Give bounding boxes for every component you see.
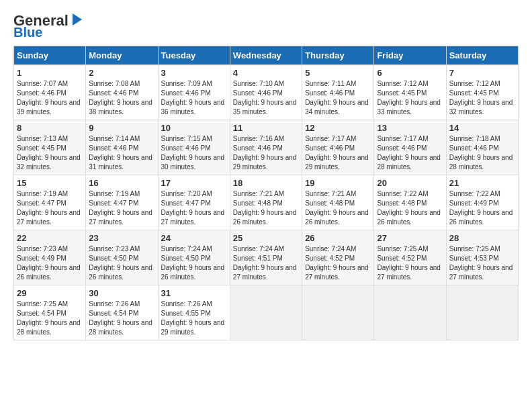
calendar-cell: 15Sunrise: 7:19 AMSunset: 4:47 PMDayligh… bbox=[14, 175, 86, 230]
calendar-cell: 29Sunrise: 7:25 AMSunset: 4:54 PMDayligh… bbox=[14, 285, 86, 340]
logo-arrow-icon bbox=[70, 12, 85, 27]
calendar-header-row: SundayMondayTuesdayWednesdayThursdayFrid… bbox=[14, 46, 519, 65]
day-info: Sunrise: 7:11 AMSunset: 4:46 PMDaylight:… bbox=[305, 79, 371, 117]
day-number: 31 bbox=[161, 288, 227, 298]
calendar-cell: 18Sunrise: 7:21 AMSunset: 4:48 PMDayligh… bbox=[230, 175, 302, 230]
header: General Blue bbox=[13, 13, 519, 39]
calendar-header-thursday: Thursday bbox=[302, 46, 374, 65]
calendar-cell: 25Sunrise: 7:24 AMSunset: 4:51 PMDayligh… bbox=[230, 230, 302, 285]
day-info: Sunrise: 7:17 AMSunset: 4:46 PMDaylight:… bbox=[305, 134, 371, 172]
calendar-cell: 26Sunrise: 7:24 AMSunset: 4:52 PMDayligh… bbox=[302, 230, 374, 285]
calendar-cell: 16Sunrise: 7:19 AMSunset: 4:47 PMDayligh… bbox=[86, 175, 158, 230]
day-info: Sunrise: 7:13 AMSunset: 4:45 PMDaylight:… bbox=[17, 134, 83, 172]
calendar-cell: 23Sunrise: 7:23 AMSunset: 4:50 PMDayligh… bbox=[86, 230, 158, 285]
day-number: 24 bbox=[161, 233, 227, 243]
day-number: 27 bbox=[377, 233, 443, 243]
day-info: Sunrise: 7:15 AMSunset: 4:46 PMDaylight:… bbox=[161, 134, 227, 172]
calendar-header-wednesday: Wednesday bbox=[230, 46, 302, 65]
day-number: 26 bbox=[305, 233, 371, 243]
calendar-week-1: 1Sunrise: 7:07 AMSunset: 4:46 PMDaylight… bbox=[14, 65, 519, 120]
calendar-header-tuesday: Tuesday bbox=[158, 46, 230, 65]
calendar-cell: 2Sunrise: 7:08 AMSunset: 4:46 PMDaylight… bbox=[86, 65, 158, 120]
calendar-cell: 21Sunrise: 7:22 AMSunset: 4:49 PMDayligh… bbox=[446, 175, 518, 230]
day-info: Sunrise: 7:20 AMSunset: 4:47 PMDaylight:… bbox=[161, 189, 227, 227]
day-number: 9 bbox=[89, 123, 154, 133]
calendar-cell: 11Sunrise: 7:16 AMSunset: 4:46 PMDayligh… bbox=[230, 120, 302, 175]
calendar-cell: 13Sunrise: 7:17 AMSunset: 4:46 PMDayligh… bbox=[374, 120, 446, 175]
day-number: 6 bbox=[377, 68, 443, 78]
calendar-week-4: 22Sunrise: 7:23 AMSunset: 4:49 PMDayligh… bbox=[14, 230, 519, 285]
day-number: 7 bbox=[449, 68, 515, 78]
day-number: 12 bbox=[305, 123, 371, 133]
calendar-cell: 3Sunrise: 7:09 AMSunset: 4:46 PMDaylight… bbox=[158, 65, 230, 120]
calendar-header-friday: Friday bbox=[374, 46, 446, 65]
day-info: Sunrise: 7:25 AMSunset: 4:53 PMDaylight:… bbox=[449, 244, 515, 282]
calendar-body: 1Sunrise: 7:07 AMSunset: 4:46 PMDaylight… bbox=[14, 65, 519, 340]
day-number: 18 bbox=[233, 178, 299, 188]
day-number: 29 bbox=[17, 288, 83, 298]
day-number: 20 bbox=[377, 178, 443, 188]
calendar-cell: 8Sunrise: 7:13 AMSunset: 4:45 PMDaylight… bbox=[14, 120, 86, 175]
day-number: 17 bbox=[161, 178, 227, 188]
day-info: Sunrise: 7:17 AMSunset: 4:46 PMDaylight:… bbox=[377, 134, 443, 172]
day-number: 8 bbox=[17, 123, 83, 133]
calendar-cell: 28Sunrise: 7:25 AMSunset: 4:53 PMDayligh… bbox=[446, 230, 518, 285]
day-number: 30 bbox=[89, 288, 154, 298]
calendar-cell: 20Sunrise: 7:22 AMSunset: 4:48 PMDayligh… bbox=[374, 175, 446, 230]
day-info: Sunrise: 7:10 AMSunset: 4:46 PMDaylight:… bbox=[233, 79, 299, 117]
calendar-cell: 30Sunrise: 7:26 AMSunset: 4:54 PMDayligh… bbox=[86, 285, 158, 340]
calendar-cell: 10Sunrise: 7:15 AMSunset: 4:46 PMDayligh… bbox=[158, 120, 230, 175]
calendar-cell: 24Sunrise: 7:24 AMSunset: 4:50 PMDayligh… bbox=[158, 230, 230, 285]
day-number: 28 bbox=[449, 233, 515, 243]
day-info: Sunrise: 7:12 AMSunset: 4:45 PMDaylight:… bbox=[449, 79, 515, 117]
day-info: Sunrise: 7:07 AMSunset: 4:46 PMDaylight:… bbox=[17, 79, 83, 117]
day-number: 3 bbox=[161, 68, 227, 78]
day-info: Sunrise: 7:23 AMSunset: 4:49 PMDaylight:… bbox=[17, 244, 83, 282]
day-info: Sunrise: 7:22 AMSunset: 4:49 PMDaylight:… bbox=[449, 189, 515, 227]
day-info: Sunrise: 7:14 AMSunset: 4:46 PMDaylight:… bbox=[89, 134, 154, 172]
day-info: Sunrise: 7:21 AMSunset: 4:48 PMDaylight:… bbox=[305, 189, 371, 227]
day-number: 21 bbox=[449, 178, 515, 188]
day-info: Sunrise: 7:09 AMSunset: 4:46 PMDaylight:… bbox=[161, 79, 227, 117]
day-number: 14 bbox=[449, 123, 515, 133]
calendar-cell: 5Sunrise: 7:11 AMSunset: 4:46 PMDaylight… bbox=[302, 65, 374, 120]
calendar-week-5: 29Sunrise: 7:25 AMSunset: 4:54 PMDayligh… bbox=[14, 285, 519, 340]
calendar-cell bbox=[446, 285, 518, 340]
calendar-cell: 4Sunrise: 7:10 AMSunset: 4:46 PMDaylight… bbox=[230, 65, 302, 120]
day-info: Sunrise: 7:18 AMSunset: 4:46 PMDaylight:… bbox=[449, 134, 515, 172]
calendar-cell: 14Sunrise: 7:18 AMSunset: 4:46 PMDayligh… bbox=[446, 120, 518, 175]
day-number: 22 bbox=[17, 233, 83, 243]
calendar-week-3: 15Sunrise: 7:19 AMSunset: 4:47 PMDayligh… bbox=[14, 175, 519, 230]
logo: General Blue bbox=[13, 13, 85, 39]
calendar-cell: 19Sunrise: 7:21 AMSunset: 4:48 PMDayligh… bbox=[302, 175, 374, 230]
calendar-header-monday: Monday bbox=[86, 46, 158, 65]
day-number: 15 bbox=[17, 178, 83, 188]
day-info: Sunrise: 7:24 AMSunset: 4:51 PMDaylight:… bbox=[233, 244, 299, 282]
calendar-cell: 22Sunrise: 7:23 AMSunset: 4:49 PMDayligh… bbox=[14, 230, 86, 285]
calendar-cell: 12Sunrise: 7:17 AMSunset: 4:46 PMDayligh… bbox=[302, 120, 374, 175]
day-info: Sunrise: 7:22 AMSunset: 4:48 PMDaylight:… bbox=[377, 189, 443, 227]
day-info: Sunrise: 7:08 AMSunset: 4:46 PMDaylight:… bbox=[89, 79, 154, 117]
day-info: Sunrise: 7:12 AMSunset: 4:45 PMDaylight:… bbox=[377, 79, 443, 117]
day-info: Sunrise: 7:19 AMSunset: 4:47 PMDaylight:… bbox=[89, 189, 154, 227]
day-info: Sunrise: 7:24 AMSunset: 4:50 PMDaylight:… bbox=[161, 244, 227, 282]
day-number: 19 bbox=[305, 178, 371, 188]
calendar-cell bbox=[302, 285, 374, 340]
day-number: 1 bbox=[17, 68, 83, 78]
day-number: 23 bbox=[89, 233, 154, 243]
calendar-cell: 31Sunrise: 7:26 AMSunset: 4:55 PMDayligh… bbox=[158, 285, 230, 340]
logo-blue-text: Blue bbox=[13, 26, 42, 39]
day-info: Sunrise: 7:23 AMSunset: 4:50 PMDaylight:… bbox=[89, 244, 154, 282]
day-info: Sunrise: 7:16 AMSunset: 4:46 PMDaylight:… bbox=[233, 134, 299, 172]
calendar-table: SundayMondayTuesdayWednesdayThursdayFrid… bbox=[13, 46, 519, 340]
calendar-cell: 17Sunrise: 7:20 AMSunset: 4:47 PMDayligh… bbox=[158, 175, 230, 230]
day-info: Sunrise: 7:19 AMSunset: 4:47 PMDaylight:… bbox=[17, 189, 83, 227]
svg-marker-0 bbox=[73, 13, 82, 26]
calendar-cell: 1Sunrise: 7:07 AMSunset: 4:46 PMDaylight… bbox=[14, 65, 86, 120]
day-number: 10 bbox=[161, 123, 227, 133]
calendar-cell bbox=[374, 285, 446, 340]
day-number: 13 bbox=[377, 123, 443, 133]
day-number: 11 bbox=[233, 123, 299, 133]
day-info: Sunrise: 7:21 AMSunset: 4:48 PMDaylight:… bbox=[233, 189, 299, 227]
day-info: Sunrise: 7:25 AMSunset: 4:52 PMDaylight:… bbox=[377, 244, 443, 282]
